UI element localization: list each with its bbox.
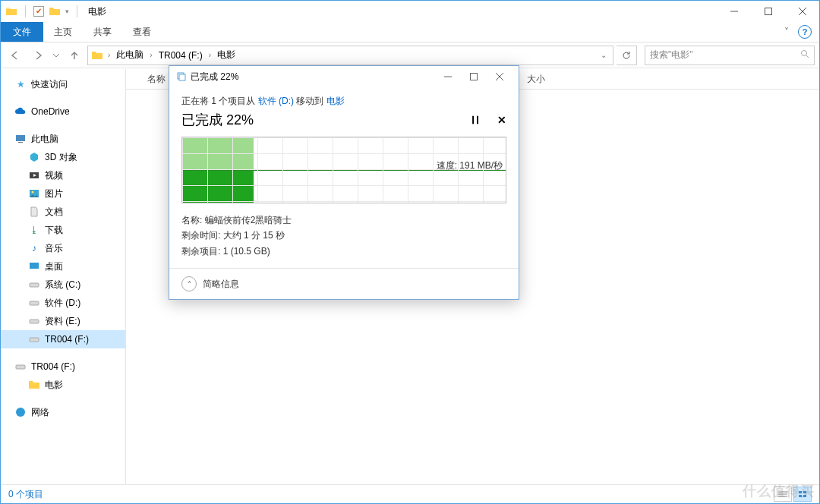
pictures-icon xyxy=(28,187,40,200)
drive-icon xyxy=(28,315,40,327)
svg-rect-15 xyxy=(30,338,39,342)
search-placeholder: 搜索"电影" xyxy=(650,49,693,61)
folder-icon xyxy=(28,379,40,391)
ribbon-home-tab[interactable]: 主页 xyxy=(43,22,83,42)
dialog-footer: ˄ 简略信息 xyxy=(169,268,519,299)
copy-icon xyxy=(175,71,188,83)
forward-button[interactable] xyxy=(28,46,48,65)
sidebar-pictures[interactable]: 图片 xyxy=(1,184,125,203)
refresh-button[interactable] xyxy=(617,46,637,65)
breadcrumb-this-pc[interactable]: 此电脑 xyxy=(113,46,147,65)
sidebar-drive-e[interactable]: 资料 (E:) xyxy=(1,312,125,330)
dialog-title: 已完成 22% xyxy=(188,71,238,83)
qat-dropdown-icon[interactable]: ▾ xyxy=(65,8,69,15)
sidebar-3d-objects[interactable]: 3D 对象 xyxy=(1,148,125,166)
ribbon-right: ˅ ? xyxy=(784,22,819,42)
folder-icon xyxy=(49,5,61,17)
search-icon xyxy=(800,49,809,61)
sidebar-drive-d[interactable]: 软件 (D:) xyxy=(1,294,125,312)
sidebar-downloads[interactable]: ⭳下载 xyxy=(1,221,125,239)
ribbon-share-tab[interactable]: 共享 xyxy=(83,22,122,42)
window-controls xyxy=(717,1,819,22)
sidebar-documents[interactable]: 文档 xyxy=(1,203,125,221)
dst-link[interactable]: 电影 xyxy=(326,96,345,106)
sidebar-this-pc[interactable]: 此电脑 xyxy=(1,130,125,148)
objects3d-icon xyxy=(28,151,40,163)
watermark: 什么值得买 xyxy=(743,482,815,500)
ribbon-expand-icon[interactable]: ˅ xyxy=(784,27,789,37)
speed-graph: 速度: 191 MB/秒 xyxy=(181,137,506,203)
nav-bar: › 此电脑 › TR004 (F:) › 电影 ⌄ 搜索"电影" xyxy=(1,43,819,68)
speed-label: 速度: 191 MB/秒 xyxy=(437,159,503,172)
drive-icon xyxy=(14,361,27,373)
column-size[interactable]: 大小 xyxy=(527,73,545,86)
dialog-title-bar[interactable]: 已完成 22% xyxy=(169,66,519,87)
pause-button[interactable]: ⅠⅠ xyxy=(472,114,481,126)
svg-rect-11 xyxy=(30,263,39,269)
ribbon: 文件 主页 共享 查看 ˅ ? xyxy=(1,22,819,43)
chevron-right-icon[interactable]: › xyxy=(147,51,155,59)
dialog-minimize-button[interactable] xyxy=(435,67,461,87)
status-bar: 0 个项目 xyxy=(1,484,819,503)
search-box[interactable]: 搜索"电影" xyxy=(645,46,815,65)
items-remaining: 1 (10.5 GB) xyxy=(223,246,270,257)
close-button[interactable] xyxy=(785,1,819,22)
sidebar-onedrive[interactable]: OneDrive xyxy=(1,102,125,121)
breadcrumb-folder[interactable]: 电影 xyxy=(214,46,238,65)
separator xyxy=(77,5,77,17)
explorer-window: ✔ ▾ 电影 文件 主页 共享 查看 ˅ ? › xyxy=(0,0,820,504)
address-dropdown-icon[interactable]: ⌄ xyxy=(596,51,611,59)
maximize-button[interactable] xyxy=(751,1,785,22)
drive-icon xyxy=(28,333,40,345)
cancel-button[interactable]: ✕ xyxy=(497,114,506,126)
operation-description: 正在将 1 个项目从 软件 (D:) 移动到 电影 xyxy=(181,95,506,108)
sidebar-videos[interactable]: 视频 xyxy=(1,166,125,184)
sidebar-quick-access[interactable]: ★快速访问 xyxy=(1,75,125,93)
dialog-body: 正在将 1 个项目从 软件 (D:) 移动到 电影 已完成 22% ⅠⅠ ✕ 速… xyxy=(169,87,519,268)
sidebar-drive-c[interactable]: 系统 (C:) xyxy=(1,276,125,294)
svg-rect-6 xyxy=(16,135,25,141)
sidebar-desktop[interactable]: 桌面 xyxy=(1,257,125,276)
sidebar-music[interactable]: ♪音乐 xyxy=(1,239,125,257)
fewer-details-link[interactable]: 简略信息 xyxy=(203,278,239,291)
percent-complete: 已完成 22% xyxy=(181,111,254,129)
svg-rect-14 xyxy=(30,320,39,323)
svg-rect-1 xyxy=(765,8,771,15)
title-bar: ✔ ▾ 电影 xyxy=(1,1,819,22)
help-icon[interactable]: ? xyxy=(798,25,812,39)
transfer-details: 名称: 蝙蝠侠前传2黑暗骑士 剩余时间: 大约 1 分 15 秒 剩余项目: 1… xyxy=(181,213,506,259)
drive-icon xyxy=(28,279,40,291)
folder-icon xyxy=(91,49,103,61)
checkbox-icon[interactable]: ✔ xyxy=(33,6,44,17)
ribbon-view-tab[interactable]: 查看 xyxy=(122,22,162,42)
recent-locations-button[interactable] xyxy=(51,46,62,65)
downloads-icon: ⭳ xyxy=(28,224,40,236)
svg-point-10 xyxy=(32,191,34,194)
src-link[interactable]: 软件 (D:) xyxy=(258,96,294,106)
back-button[interactable] xyxy=(5,46,25,65)
sidebar-network[interactable]: 网络 xyxy=(1,403,125,421)
sidebar-drive-f-root[interactable]: TR004 (F:) xyxy=(1,358,125,376)
svg-rect-26 xyxy=(179,74,185,80)
quick-access-toolbar: ✔ ▾ xyxy=(1,5,85,17)
svg-rect-13 xyxy=(30,301,39,305)
sidebar-drive-f-movies[interactable]: 电影 xyxy=(1,376,125,394)
svg-point-4 xyxy=(802,51,807,56)
dialog-close-button[interactable] xyxy=(487,67,512,87)
drive-icon xyxy=(28,297,40,309)
chevron-right-icon[interactable]: › xyxy=(105,51,113,59)
folder-icon xyxy=(5,5,17,17)
chevron-up-icon[interactable]: ˄ xyxy=(181,276,197,291)
chevron-right-icon[interactable]: › xyxy=(206,51,214,59)
minimize-button[interactable] xyxy=(717,1,751,22)
address-bar[interactable]: › 此电脑 › TR004 (F:) › 电影 ⌄ xyxy=(87,46,613,65)
documents-icon xyxy=(28,206,40,218)
dialog-maximize-button[interactable] xyxy=(461,67,487,87)
sidebar-drive-f[interactable]: TR004 (F:) xyxy=(1,330,125,348)
cloud-icon xyxy=(14,106,27,118)
pc-icon xyxy=(14,133,27,145)
up-button[interactable] xyxy=(65,46,84,65)
breadcrumb-drive[interactable]: TR004 (F:) xyxy=(156,46,206,65)
ribbon-file-tab[interactable]: 文件 xyxy=(1,22,43,42)
file-name: 蝙蝠侠前传2黑暗骑士 xyxy=(205,215,292,225)
